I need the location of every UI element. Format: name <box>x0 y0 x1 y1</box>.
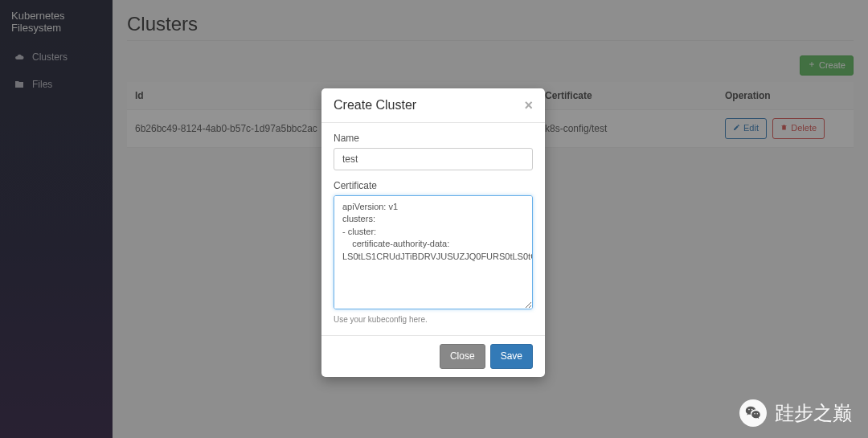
watermark: 跬步之巅 <box>739 399 852 427</box>
close-icon[interactable]: × <box>524 98 533 113</box>
modal-header: Create Cluster × <box>321 88 545 123</box>
name-input[interactable] <box>334 148 533 170</box>
name-label: Name <box>334 133 533 144</box>
certificate-textarea[interactable] <box>334 195 533 309</box>
watermark-text: 跬步之巅 <box>775 400 852 426</box>
modal-title: Create Cluster <box>334 98 416 113</box>
save-button[interactable]: Save <box>490 344 533 369</box>
close-button[interactable]: Close <box>440 344 485 369</box>
certificate-help-text: Use your kubeconfig here. <box>334 315 533 324</box>
wechat-icon <box>739 399 767 427</box>
create-cluster-modal: Create Cluster × Name Certificate Use yo… <box>321 88 545 377</box>
certificate-label: Certificate <box>334 180 533 191</box>
modal-footer: Close Save <box>321 335 545 377</box>
modal-body: Name Certificate Use your kubeconfig her… <box>321 123 545 335</box>
